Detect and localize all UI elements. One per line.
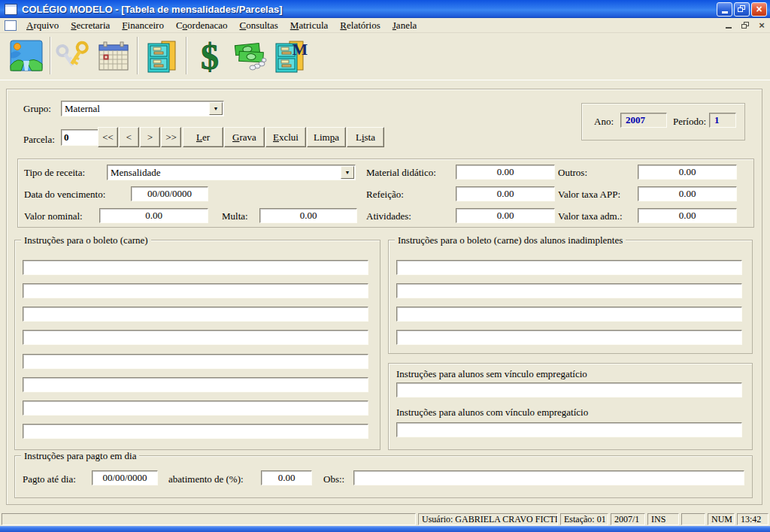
- inadimplentes-instruction-input[interactable]: [396, 330, 742, 345]
- mdi-close-button[interactable]: ×: [756, 20, 767, 30]
- toolbar-cabinet-m-button[interactable]: M: [269, 35, 310, 77]
- close-button[interactable]: ×: [751, 2, 767, 17]
- inadimplentes-instruction-input[interactable]: [396, 283, 742, 298]
- periodo-label: Período:: [673, 116, 706, 128]
- menu-matricula[interactable]: Matricula: [286, 19, 332, 32]
- boleto-instruction-input[interactable]: [23, 424, 368, 439]
- pagto-dia-label: Pagto até dia:: [23, 473, 76, 485]
- menu-secretaria[interactable]: Secretaria: [67, 19, 114, 32]
- com-vinculo-input[interactable]: [396, 422, 742, 437]
- window-icon: [5, 4, 17, 15]
- file-cabinet-m-icon: M: [271, 38, 308, 74]
- toolbar-keys-button[interactable]: [53, 35, 93, 77]
- limpa-button[interactable]: Limpa: [307, 127, 346, 147]
- boleto-instruction-input[interactable]: [23, 401, 368, 416]
- com-vinculo-label: Instruções para alunos com vínculo empre…: [396, 407, 588, 419]
- menu-relatorios[interactable]: Relatórios: [336, 19, 383, 32]
- atividades-input[interactable]: [456, 208, 555, 223]
- obs-input[interactable]: [353, 470, 744, 485]
- atividades-label: Atividades:: [366, 210, 411, 222]
- taskbar-edge: [0, 526, 770, 532]
- grupo-combobox-value: Maternal: [62, 101, 223, 116]
- boleto-instruction-input[interactable]: [23, 307, 368, 322]
- inadimplentes-group: Instruções para o boleto (carne) dos alu…: [388, 240, 753, 354]
- taxa-adm-input[interactable]: [638, 208, 737, 223]
- mdi-close-icon: ×: [759, 20, 765, 30]
- calendar-icon: [95, 38, 132, 74]
- obs-label: Obs::: [323, 473, 344, 485]
- vencimento-input[interactable]: [131, 186, 208, 201]
- status-panel-empty: [2, 513, 416, 525]
- mdi-minimize-button[interactable]: [723, 20, 734, 30]
- toolbar-calendar-button[interactable]: [93, 35, 134, 77]
- file-cabinet-icon: [144, 38, 180, 74]
- status-bar: Usuário: GABRIELA CRAVO FICTICIO Estação…: [0, 512, 770, 526]
- menu-coordenacao[interactable]: Coordenacao: [172, 19, 232, 32]
- title-bar: COLÉGIO MODELO - [Tabela de mensalidades…: [0, 0, 770, 18]
- chevron-down-icon[interactable]: ▼: [209, 102, 223, 115]
- parcela-input[interactable]: [61, 129, 102, 146]
- menu-consultas[interactable]: Consultas: [236, 19, 282, 32]
- material-label: Material didático:: [366, 167, 436, 179]
- toolbar-picture-button[interactable]: [6, 35, 47, 77]
- minimize-button[interactable]: [717, 2, 732, 17]
- boleto-group-title: Instruções para o boleto (carne): [21, 234, 151, 246]
- mdi-child-window-icon[interactable]: [5, 20, 17, 31]
- taxa-app-input[interactable]: [638, 186, 737, 201]
- mdi-restore-icon: [741, 22, 750, 29]
- grupo-combobox[interactable]: Maternal ▼: [61, 101, 224, 116]
- nav-last-button[interactable]: >>: [161, 127, 181, 147]
- toolbar-cabinet-button[interactable]: [141, 35, 182, 77]
- sem-vinculo-label: Instruções para alunos sem vínculo empre…: [396, 368, 587, 380]
- lista-button[interactable]: Lista: [347, 127, 384, 147]
- toolbar-separator: [50, 37, 50, 74]
- multa-label: Multa:: [222, 210, 248, 222]
- chevron-down-icon[interactable]: ▼: [341, 166, 354, 179]
- outros-input[interactable]: [638, 165, 737, 180]
- application-window: COLÉGIO MODELO - [Tabela de mensalidades…: [0, 0, 770, 532]
- tipo-receita-label: Tipo de receita:: [24, 167, 85, 179]
- toolbar-separator: [186, 37, 186, 74]
- menu-financeiro[interactable]: Financeiro: [118, 19, 168, 32]
- tipo-receita-combobox[interactable]: Mensalidade ▼: [107, 165, 356, 180]
- svg-text:$: $: [201, 38, 219, 74]
- nav-next-button[interactable]: >: [140, 127, 160, 147]
- mdi-restore-button[interactable]: [740, 20, 750, 30]
- boleto-instruction-input[interactable]: [23, 354, 368, 369]
- valor-nominal-label: Valor nominal:: [24, 210, 83, 222]
- material-input[interactable]: [456, 165, 555, 180]
- refeicao-input[interactable]: [456, 186, 555, 201]
- vencimento-label: Data do vencimento:: [24, 189, 105, 201]
- outros-label: Outros:: [558, 167, 587, 179]
- abatimento-label: abatimento de (%):: [168, 473, 244, 485]
- toolbar-dollar-button[interactable]: $: [189, 35, 230, 77]
- ler-button[interactable]: Ler: [183, 127, 223, 147]
- grupo-label: Grupo:: [23, 103, 51, 115]
- valor-nominal-input[interactable]: [99, 208, 208, 223]
- abatimento-input[interactable]: [261, 470, 312, 485]
- nav-first-button[interactable]: <<: [98, 127, 118, 147]
- status-numlock: NUM: [708, 513, 735, 525]
- ano-periodo-group: Ano: 2007 Período: 1: [581, 103, 745, 141]
- minimize-icon: [722, 11, 728, 14]
- boleto-instruction-input[interactable]: [23, 377, 368, 392]
- exclui-button[interactable]: Exclui: [265, 127, 306, 147]
- boleto-instruction-input[interactable]: [23, 330, 368, 345]
- toolbar-money-button[interactable]: [230, 35, 271, 77]
- menu-arquivo[interactable]: Arquivo: [23, 19, 62, 32]
- nav-prev-button[interactable]: <: [119, 127, 139, 147]
- keys-icon: [55, 38, 91, 74]
- menu-janela[interactable]: Janela: [389, 19, 420, 32]
- boleto-instruction-input[interactable]: [23, 260, 368, 275]
- grava-button[interactable]: Grava: [224, 127, 265, 147]
- sem-vinculo-input[interactable]: [396, 382, 742, 397]
- taxa-app-label: Valor taxa APP:: [558, 189, 620, 201]
- inadimplentes-instruction-input[interactable]: [396, 307, 742, 322]
- inadimplentes-instruction-input[interactable]: [396, 260, 742, 275]
- mdi-minimize-icon: [726, 27, 732, 29]
- receita-group: Tipo de receita: Mensalidade ▼ Material …: [17, 159, 754, 228]
- pagto-dia-input[interactable]: [92, 470, 158, 485]
- multa-input[interactable]: [259, 208, 357, 223]
- boleto-instruction-input[interactable]: [23, 283, 368, 298]
- restore-button[interactable]: [734, 2, 750, 17]
